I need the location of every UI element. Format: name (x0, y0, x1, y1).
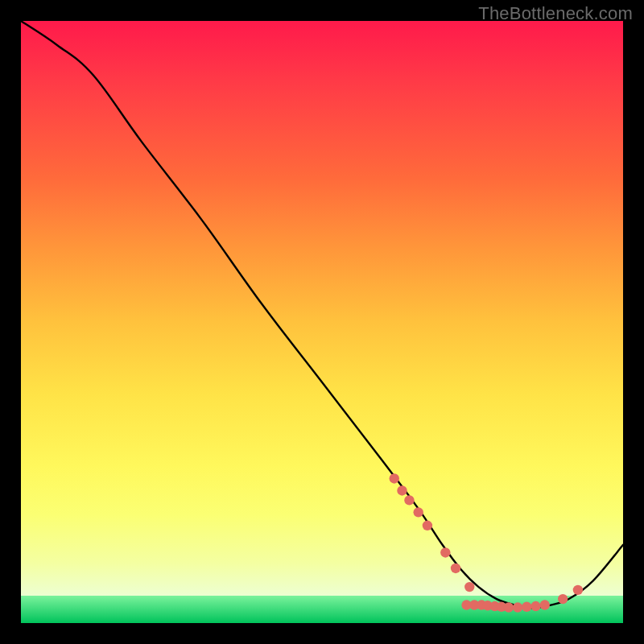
watermark-text: TheBottleneck.com (478, 3, 633, 24)
data-point (390, 473, 399, 483)
data-point (558, 594, 568, 604)
chart-frame: TheBottleneck.com (0, 0, 644, 644)
data-point (404, 495, 414, 505)
data-point (440, 547, 450, 557)
data-point (397, 485, 407, 495)
data-point (573, 585, 583, 595)
chart-svg (21, 21, 623, 623)
data-point (504, 602, 514, 612)
bottleneck-curve (21, 21, 623, 608)
data-point (522, 602, 531, 612)
data-point (451, 564, 460, 573)
data-point (530, 601, 540, 611)
plot-area (21, 21, 623, 623)
data-point (513, 602, 522, 612)
data-point (413, 507, 423, 517)
data-point (464, 582, 474, 592)
data-point (540, 600, 550, 609)
data-point (423, 521, 432, 530)
